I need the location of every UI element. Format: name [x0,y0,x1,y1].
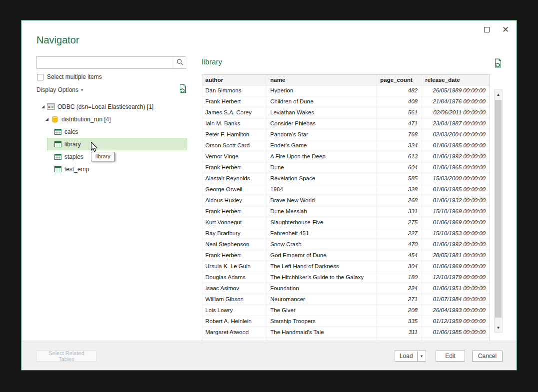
table-row: Kurt VonnegutSlaughterhouse-Five27501/06… [202,217,490,228]
table-cell: 208 [377,305,422,316]
tree-item-staples[interactable]: staples [47,150,187,163]
display-options-dropdown[interactable]: Display Options ▾ [36,86,83,93]
table-cell: Fahrenheit 451 [267,228,377,239]
refresh-source-icon[interactable] [178,84,188,94]
close-icon: ✕ [502,25,509,34]
table-cell: 470 [377,239,422,250]
cancel-button[interactable]: Cancel [472,351,503,362]
tree-item-database[interactable]: ◢ distribution_run [4] [36,113,187,125]
table-cell: 311 [377,327,422,338]
preview-table: authornamepage_countrelease_date Dan Sim… [202,74,490,349]
table-row: Neal StephensonSnow Crash47001/06/1992 0… [202,239,490,250]
refresh-preview-icon[interactable] [493,58,503,68]
select-multiple-label: Select multiple items [47,73,102,80]
load-button[interactable]: Load ▾ [395,351,426,362]
select-multiple-checkbox[interactable] [37,74,43,80]
table-cell: 01/06/1985 00:00:00 [422,140,490,151]
scroll-up-button[interactable]: ▲ [495,90,502,98]
preview-title: library [202,57,222,66]
tree-item-calcs[interactable]: calcs [47,125,187,138]
page-title: Navigator [36,34,79,46]
table-cell: The Giver [267,305,377,316]
tree-item-odbc-source[interactable]: ◢ ODBC (dsn=Local Elasticsearch) [1] [36,100,187,113]
table-cell: Peter F. Hamilton [202,129,267,140]
table-cell: Children of Dune [267,96,377,107]
vertical-scrollbar[interactable]: ▲ ▼ [494,89,503,333]
table-cell: Brave New World [267,195,377,206]
tree-item-label: library [64,141,81,148]
table-row: James S.A. CoreyLeviathan Wakes56102/06/… [202,107,490,118]
tree-item-label: staples [64,153,83,160]
table-cell: A Fire Upon the Deep [267,151,377,162]
table-icon [53,166,62,172]
table-cell: Ray Bradbury [202,228,267,239]
table-cell: 15/03/2000 00:00:00 [422,173,490,184]
table-cell: 01/06/1969 00:00:00 [422,261,490,272]
table-cell: 408 [377,96,422,107]
scroll-down-button[interactable]: ▼ [495,324,502,332]
table-cell: George Orwell [202,184,267,195]
footer-bar: Select Related Tables Load ▾ Edit Cancel [21,341,517,370]
collapse-triangle-icon[interactable]: ◢ [45,117,50,121]
table-cell: 328 [377,184,422,195]
table-cell: Consider Phlebas [267,118,377,129]
table-row: Alastair ReynoldsRevelation Space58515/0… [202,173,490,184]
table-cell: The Handmaid's Tale [267,327,377,338]
table-cell: 180 [377,272,422,283]
preview-header-row: authornamepage_countrelease_date [202,75,490,85]
tree-table-list: calcslibrarystaplestest_emp [36,125,187,175]
table-cell: 01/06/1965 00:00:00 [422,162,490,173]
table-row: Aldous HuxleyBrave New World26801/06/193… [202,195,490,206]
navigator-dialog: ✕ Navigator Select multiple items Displa… [21,20,517,371]
tree-item-test_emp[interactable]: test_emp [47,163,187,175]
table-row: Robert A. HeinleinStarship Troopers33501… [202,316,490,327]
search-input[interactable] [37,57,173,68]
load-dropdown-arrow[interactable]: ▾ [417,351,426,361]
column-header-release_date[interactable]: release_date [422,75,490,85]
table-row: Lois LowryThe Giver20826/04/1993 00:00:0… [202,305,490,316]
table-cell: Robert A. Heinlein [202,316,267,327]
table-cell: 12/10/1979 00:00:00 [422,272,490,283]
table-cell: Douglas Adams [202,272,267,283]
table-cell: 01/06/1992 00:00:00 [422,151,490,162]
scrollbar-thumb[interactable] [495,100,502,318]
table-row: Margaret AtwoodThe Handmaid's Tale31101/… [202,327,490,338]
table-cell: 26/05/1989 00:00:00 [422,85,490,96]
table-cell: 01/07/1984 00:00:00 [422,294,490,305]
maximize-button[interactable] [481,23,493,35]
table-cell: 01/06/1932 00:00:00 [422,195,490,206]
table-cell: Isaac Asimov [202,283,267,294]
close-button[interactable]: ✕ [500,23,512,35]
table-cell: Frank Herbert [202,206,267,217]
table-row: Douglas AdamsThe Hitchhiker's Guide to t… [202,272,490,283]
table-cell: Dune Messiah [267,206,377,217]
table-row: William GibsonNeuromancer27101/07/1984 0… [202,294,490,305]
table-cell: 304 [377,261,422,272]
table-cell: 02/03/2004 00:00:00 [422,129,490,140]
window-controls: ✕ [481,23,512,35]
table-cell: God Emperor of Dune [267,250,377,261]
table-cell: Ursula K. Le Guin [202,261,267,272]
table-cell: 15/10/1969 00:00:00 [422,206,490,217]
tree-item-library[interactable]: library [47,138,187,150]
table-icon [53,154,62,160]
column-header-name[interactable]: name [267,75,377,85]
table-row: Ray BradburyFahrenheit 45122715/10/1953 … [202,228,490,239]
search-icon [176,58,183,67]
table-cell: Alastair Reynolds [202,173,267,184]
edit-button[interactable]: Edit [436,351,465,362]
table-cell: Slaughterhouse-Five [267,217,377,228]
select-multiple-row: Select multiple items [37,73,102,80]
table-cell: Frank Herbert [202,96,267,107]
table-cell: 224 [377,283,422,294]
select-related-tables-button[interactable]: Select Related Tables [36,351,96,362]
search-button[interactable] [173,57,186,68]
table-cell: 1984 [267,184,377,195]
column-header-author[interactable]: author [202,75,267,85]
table-cell: 335 [377,316,422,327]
table-cell: 23/04/1987 00:00:00 [422,118,490,129]
collapse-triangle-icon[interactable]: ◢ [41,104,46,109]
tree-item-label: distribution_run [4] [61,116,111,123]
column-header-page_count[interactable]: page_count [377,75,422,85]
table-cell: 275 [377,217,422,228]
